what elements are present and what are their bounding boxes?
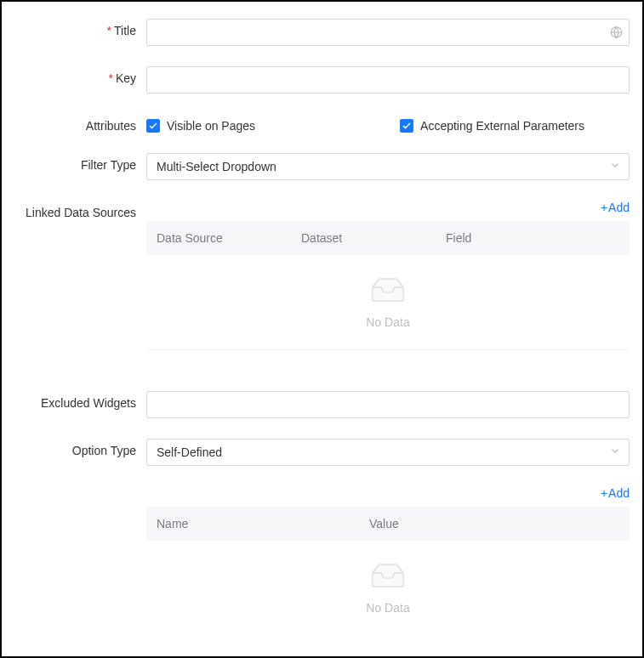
required-asterisk: * [107, 24, 111, 37]
linked-data-sources-label: Linked Data Sources [14, 201, 146, 219]
inbox-empty-icon [368, 561, 408, 594]
filter-type-row: Filter Type Multi-Select Dropdown [14, 153, 630, 180]
add-label: Add [608, 486, 630, 500]
linked-data-sources-empty: No Data [146, 255, 630, 343]
th-name: Name [157, 517, 369, 530]
linked-data-sources-row: Linked Data Sources +Add Data Source Dat… [14, 201, 630, 371]
key-row: *Key [14, 66, 630, 94]
visible-on-pages-label: Visible on Pages [167, 119, 255, 133]
option-type-select[interactable]: Self-Defined [146, 439, 630, 466]
option-type-label-text: Option Type [72, 444, 136, 457]
option-type-value: Self-Defined [157, 445, 222, 459]
required-asterisk: * [108, 71, 112, 85]
th-data-source: Data Source [157, 231, 301, 245]
checkbox-checked-icon [146, 119, 160, 133]
key-label: *Key [14, 66, 146, 85]
options-label [14, 486, 146, 491]
filter-type-label: Filter Type [14, 153, 146, 172]
visible-on-pages-checkbox[interactable]: Visible on Pages [146, 119, 255, 133]
th-dataset: Dataset [301, 231, 446, 245]
option-type-label: Option Type [14, 439, 146, 457]
chevron-down-icon [610, 160, 620, 173]
no-data-text: No Data [366, 601, 409, 615]
th-field: Field [446, 231, 619, 245]
add-linked-data-source-button[interactable]: +Add [146, 201, 630, 214]
excluded-widgets-label: Excluded Widgets [14, 391, 146, 410]
title-row: *Title [14, 19, 630, 46]
options-row: +Add Name Value No Data [14, 486, 630, 628]
title-label: *Title [14, 19, 146, 37]
chevron-down-icon [610, 445, 620, 459]
inbox-empty-icon [368, 275, 408, 309]
filter-type-select[interactable]: Multi-Select Dropdown [146, 153, 630, 180]
attributes-label-text: Attributes [86, 119, 136, 133]
checkbox-checked-icon [400, 119, 413, 133]
linked-data-sources-table-header: Data Source Dataset Field [146, 221, 630, 255]
attributes-row: Attributes Visible on Pages Accepting Ex… [14, 114, 630, 133]
no-data-text: No Data [366, 315, 409, 329]
title-label-text: Title [114, 24, 136, 37]
excluded-widgets-row: Excluded Widgets [14, 391, 630, 418]
attributes-label: Attributes [14, 114, 146, 133]
add-option-button[interactable]: +Add [146, 486, 630, 500]
filter-type-value: Multi-Select Dropdown [157, 160, 276, 173]
options-empty: No Data [146, 541, 630, 628]
divider [146, 349, 630, 350]
filter-type-label-text: Filter Type [81, 158, 136, 172]
linked-data-sources-label-text: Linked Data Sources [26, 206, 136, 219]
plus-icon: + [601, 201, 607, 213]
accepting-external-parameters-label: Accepting External Parameters [420, 119, 584, 133]
add-label: Add [608, 201, 630, 214]
option-type-row: Option Type Self-Defined [14, 439, 630, 466]
title-input[interactable] [146, 19, 630, 46]
excluded-widgets-label-text: Excluded Widgets [41, 396, 136, 410]
accepting-external-parameters-checkbox[interactable]: Accepting External Parameters [400, 119, 584, 133]
key-input[interactable] [146, 66, 630, 94]
options-table-header: Name Value [146, 507, 630, 541]
excluded-widgets-select[interactable] [146, 391, 630, 418]
th-value: Value [369, 517, 619, 530]
plus-icon: + [601, 487, 607, 499]
globe-icon[interactable] [610, 26, 623, 39]
key-label-text: Key [116, 71, 136, 85]
